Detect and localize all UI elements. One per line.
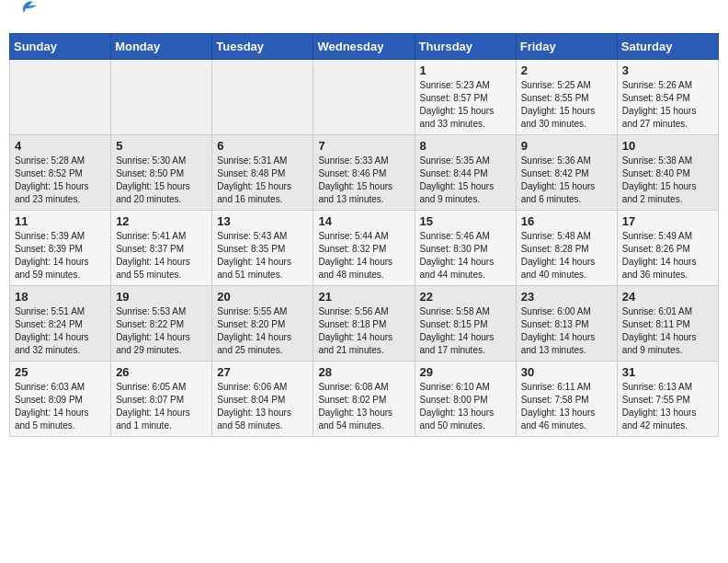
- calendar-week-row: 1Sunrise: 5:23 AM Sunset: 8:57 PM Daylig…: [10, 60, 719, 135]
- day-info: Sunrise: 6:11 AM Sunset: 7:58 PM Dayligh…: [521, 381, 612, 432]
- calendar-cell: 26Sunrise: 6:05 AM Sunset: 8:07 PM Dayli…: [111, 362, 212, 437]
- calendar-table: SundayMondayTuesdayWednesdayThursdayFrid…: [9, 33, 719, 437]
- calendar-cell: 30Sunrise: 6:11 AM Sunset: 7:58 PM Dayli…: [516, 362, 617, 437]
- day-info: Sunrise: 5:48 AM Sunset: 8:28 PM Dayligh…: [521, 230, 612, 282]
- day-number: 9: [521, 139, 612, 153]
- calendar-cell: 6Sunrise: 5:31 AM Sunset: 8:48 PM Daylig…: [212, 135, 313, 211]
- day-info: Sunrise: 6:01 AM Sunset: 8:11 PM Dayligh…: [622, 305, 713, 357]
- page-header: [9, 9, 719, 26]
- calendar-week-row: 25Sunrise: 6:03 AM Sunset: 8:09 PM Dayli…: [10, 362, 719, 437]
- calendar-cell: 1Sunrise: 5:23 AM Sunset: 8:57 PM Daylig…: [415, 60, 516, 135]
- day-info: Sunrise: 5:55 AM Sunset: 8:20 PM Dayligh…: [217, 305, 308, 357]
- day-info: Sunrise: 5:23 AM Sunset: 8:57 PM Dayligh…: [420, 79, 511, 131]
- calendar-cell: 16Sunrise: 5:48 AM Sunset: 8:28 PM Dayli…: [516, 211, 617, 286]
- day-info: Sunrise: 5:49 AM Sunset: 8:26 PM Dayligh…: [622, 230, 713, 282]
- day-number: 25: [15, 365, 106, 379]
- day-info: Sunrise: 6:13 AM Sunset: 7:55 PM Dayligh…: [622, 381, 713, 432]
- day-number: 6: [217, 139, 308, 153]
- weekday-header-friday: Friday: [516, 34, 617, 60]
- day-number: 14: [318, 214, 409, 228]
- calendar-cell: 24Sunrise: 6:01 AM Sunset: 8:11 PM Dayli…: [617, 286, 718, 362]
- calendar-cell: 10Sunrise: 5:38 AM Sunset: 8:40 PM Dayli…: [617, 135, 718, 211]
- day-number: 21: [318, 290, 409, 304]
- day-info: Sunrise: 6:00 AM Sunset: 8:13 PM Dayligh…: [521, 305, 612, 357]
- day-number: 28: [318, 365, 409, 379]
- day-info: Sunrise: 6:08 AM Sunset: 8:02 PM Dayligh…: [318, 381, 409, 432]
- logo: [13, 9, 37, 26]
- weekday-header-wednesday: Wednesday: [313, 34, 415, 60]
- weekday-header-saturday: Saturday: [617, 34, 718, 60]
- calendar-cell: [313, 60, 415, 135]
- day-info: Sunrise: 5:31 AM Sunset: 8:48 PM Dayligh…: [217, 155, 308, 206]
- day-number: 30: [521, 365, 612, 379]
- calendar-header-row: SundayMondayTuesdayWednesdayThursdayFrid…: [10, 34, 719, 60]
- day-number: 12: [116, 214, 207, 228]
- calendar-cell: 14Sunrise: 5:44 AM Sunset: 8:32 PM Dayli…: [313, 211, 415, 286]
- calendar-cell: 19Sunrise: 5:53 AM Sunset: 8:22 PM Dayli…: [111, 286, 212, 362]
- calendar-week-row: 4Sunrise: 5:28 AM Sunset: 8:52 PM Daylig…: [10, 135, 719, 211]
- day-info: Sunrise: 6:05 AM Sunset: 8:07 PM Dayligh…: [116, 381, 207, 432]
- day-number: 29: [420, 365, 511, 379]
- day-number: 15: [420, 214, 511, 228]
- calendar-week-row: 11Sunrise: 5:39 AM Sunset: 8:39 PM Dayli…: [10, 211, 719, 286]
- calendar-cell: 4Sunrise: 5:28 AM Sunset: 8:52 PM Daylig…: [10, 135, 111, 211]
- weekday-header-tuesday: Tuesday: [212, 34, 313, 60]
- day-number: 26: [116, 365, 207, 379]
- calendar-cell: 29Sunrise: 6:10 AM Sunset: 8:00 PM Dayli…: [415, 362, 516, 437]
- calendar-cell: 12Sunrise: 5:41 AM Sunset: 8:37 PM Dayli…: [111, 211, 212, 286]
- calendar-cell: 17Sunrise: 5:49 AM Sunset: 8:26 PM Dayli…: [617, 211, 718, 286]
- day-number: 13: [217, 214, 308, 228]
- day-info: Sunrise: 5:25 AM Sunset: 8:55 PM Dayligh…: [521, 79, 612, 131]
- day-info: Sunrise: 6:10 AM Sunset: 8:00 PM Dayligh…: [420, 381, 511, 432]
- calendar-cell: 15Sunrise: 5:46 AM Sunset: 8:30 PM Dayli…: [415, 211, 516, 286]
- day-number: 18: [15, 290, 106, 304]
- calendar-cell: 20Sunrise: 5:55 AM Sunset: 8:20 PM Dayli…: [212, 286, 313, 362]
- day-number: 31: [622, 365, 713, 379]
- calendar-cell: 7Sunrise: 5:33 AM Sunset: 8:46 PM Daylig…: [313, 135, 415, 211]
- day-number: 1: [420, 63, 511, 77]
- calendar-cell: [212, 60, 313, 135]
- calendar-cell: 3Sunrise: 5:26 AM Sunset: 8:54 PM Daylig…: [617, 60, 718, 135]
- logo-bird-icon: [17, 0, 37, 17]
- day-info: Sunrise: 6:03 AM Sunset: 8:09 PM Dayligh…: [15, 381, 106, 432]
- day-info: Sunrise: 5:51 AM Sunset: 8:24 PM Dayligh…: [15, 305, 106, 357]
- day-number: 10: [622, 139, 713, 153]
- day-info: Sunrise: 5:35 AM Sunset: 8:44 PM Dayligh…: [420, 155, 511, 206]
- day-info: Sunrise: 5:26 AM Sunset: 8:54 PM Dayligh…: [622, 79, 713, 131]
- calendar-cell: 21Sunrise: 5:56 AM Sunset: 8:18 PM Dayli…: [313, 286, 415, 362]
- calendar-cell: 11Sunrise: 5:39 AM Sunset: 8:39 PM Dayli…: [10, 211, 111, 286]
- day-number: 7: [318, 139, 409, 153]
- calendar-cell: 22Sunrise: 5:58 AM Sunset: 8:15 PM Dayli…: [415, 286, 516, 362]
- day-info: Sunrise: 5:36 AM Sunset: 8:42 PM Dayligh…: [521, 155, 612, 206]
- calendar-cell: 18Sunrise: 5:51 AM Sunset: 8:24 PM Dayli…: [10, 286, 111, 362]
- day-number: 22: [420, 290, 511, 304]
- weekday-header-monday: Monday: [111, 34, 212, 60]
- day-number: 4: [15, 139, 106, 153]
- day-number: 3: [622, 63, 713, 77]
- day-info: Sunrise: 5:28 AM Sunset: 8:52 PM Dayligh…: [15, 155, 106, 206]
- calendar-cell: [111, 60, 212, 135]
- day-info: Sunrise: 5:38 AM Sunset: 8:40 PM Dayligh…: [622, 155, 713, 206]
- day-info: Sunrise: 6:06 AM Sunset: 8:04 PM Dayligh…: [217, 381, 308, 432]
- calendar-cell: 9Sunrise: 5:36 AM Sunset: 8:42 PM Daylig…: [516, 135, 617, 211]
- day-number: 24: [622, 290, 713, 304]
- calendar-cell: 5Sunrise: 5:30 AM Sunset: 8:50 PM Daylig…: [111, 135, 212, 211]
- day-info: Sunrise: 5:30 AM Sunset: 8:50 PM Dayligh…: [116, 155, 207, 206]
- day-info: Sunrise: 5:44 AM Sunset: 8:32 PM Dayligh…: [318, 230, 409, 282]
- calendar-cell: 25Sunrise: 6:03 AM Sunset: 8:09 PM Dayli…: [10, 362, 111, 437]
- day-info: Sunrise: 5:41 AM Sunset: 8:37 PM Dayligh…: [116, 230, 207, 282]
- day-number: 2: [521, 63, 612, 77]
- day-info: Sunrise: 5:46 AM Sunset: 8:30 PM Dayligh…: [420, 230, 511, 282]
- day-info: Sunrise: 5:53 AM Sunset: 8:22 PM Dayligh…: [116, 305, 207, 357]
- calendar-cell: 31Sunrise: 6:13 AM Sunset: 7:55 PM Dayli…: [617, 362, 718, 437]
- calendar-cell: 23Sunrise: 6:00 AM Sunset: 8:13 PM Dayli…: [516, 286, 617, 362]
- day-number: 23: [521, 290, 612, 304]
- calendar-week-row: 18Sunrise: 5:51 AM Sunset: 8:24 PM Dayli…: [10, 286, 719, 362]
- day-info: Sunrise: 5:33 AM Sunset: 8:46 PM Dayligh…: [318, 155, 409, 206]
- calendar-cell: [10, 60, 111, 135]
- day-number: 16: [521, 214, 612, 228]
- calendar-cell: 28Sunrise: 6:08 AM Sunset: 8:02 PM Dayli…: [313, 362, 415, 437]
- day-number: 11: [15, 214, 106, 228]
- day-number: 17: [622, 214, 713, 228]
- calendar-cell: 8Sunrise: 5:35 AM Sunset: 8:44 PM Daylig…: [415, 135, 516, 211]
